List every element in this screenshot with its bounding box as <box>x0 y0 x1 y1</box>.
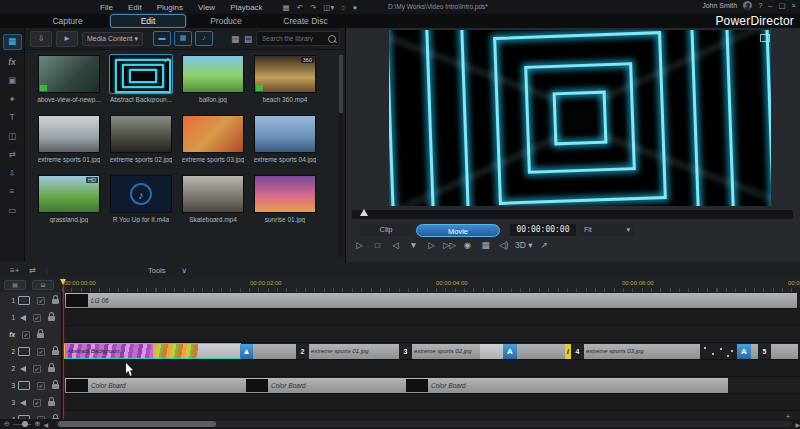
particle-room-icon[interactable]: ✦ <box>4 92 21 106</box>
timeline-clip[interactable] <box>700 344 735 359</box>
voice-over-room-icon[interactable]: ⇩ <box>4 166 21 180</box>
search-input[interactable] <box>260 34 328 43</box>
undock-player-button[interactable]: ↗ <box>538 239 551 252</box>
redo-icon[interactable]: ↷ <box>310 3 316 12</box>
zoom-out-button[interactable]: ⊖ <box>4 420 10 428</box>
filter-video-button[interactable]: ▬ <box>153 31 171 46</box>
track-header[interactable]: 2✓ <box>0 343 62 360</box>
tab-create-disc[interactable]: Create Disc <box>268 15 343 27</box>
media-thumbnail[interactable] <box>38 55 100 93</box>
media-thumbnail[interactable] <box>254 115 316 153</box>
title-room-icon[interactable]: T <box>4 110 21 124</box>
library-scrollbar[interactable] <box>339 55 343 257</box>
media-thumbnail[interactable] <box>182 115 244 153</box>
undock-preview-icon[interactable] <box>760 34 770 42</box>
tab-edit[interactable]: Edit <box>110 14 186 28</box>
grid-view-button[interactable]: ▦ <box>231 34 239 44</box>
media-content-dropdown[interactable]: Media Content ▾ <box>82 32 143 46</box>
media-thumbnail[interactable]: ✓ <box>110 55 172 93</box>
room-layout-icon[interactable]: ◫▾ <box>323 3 334 12</box>
clip-number-badge[interactable]: 4 <box>571 344 584 359</box>
track-enable-checkbox[interactable]: ✓ <box>33 365 41 373</box>
track-enable-checkbox[interactable]: ✓ <box>33 314 41 322</box>
clip-number-badge[interactable]: 3 <box>399 344 412 359</box>
clip-mode-button[interactable]: Clip <box>360 224 412 236</box>
stop-button[interactable]: □ <box>371 239 384 252</box>
timeline-clip[interactable] <box>153 344 198 359</box>
media-thumbnail[interactable] <box>182 175 244 213</box>
media-thumbnail[interactable] <box>38 115 100 153</box>
horizontal-scrollbar[interactable]: + <box>56 421 792 427</box>
track-lock-icon[interactable] <box>48 367 55 372</box>
menu-item-playback[interactable]: Playback <box>230 3 262 12</box>
track-lock-icon[interactable] <box>37 333 44 338</box>
timeline-clip[interactable]: LG 06 <box>65 293 797 308</box>
help-button[interactable]: ? <box>758 1 762 10</box>
clip-number-badge[interactable]: 5 <box>758 344 771 359</box>
avatar[interactable] <box>743 1 752 10</box>
track-header[interactable]: 2✓ <box>0 360 62 377</box>
detail-view-button[interactable]: ▤ <box>244 34 252 44</box>
track-lock-icon[interactable] <box>52 299 59 304</box>
track-enable-checkbox[interactable]: ✓ <box>37 348 45 356</box>
timeline-view-button[interactable]: ▤ <box>4 280 26 290</box>
track-lock-icon[interactable] <box>48 401 55 406</box>
restore-button[interactable]: ▢ <box>779 1 786 10</box>
pip-objects-room-icon[interactable]: ▣ <box>4 73 21 87</box>
effect-room-icon[interactable]: fx <box>4 55 21 69</box>
snapshot-button[interactable]: ◉ <box>461 239 474 252</box>
timeline-clip[interactable] <box>517 344 565 359</box>
close-button[interactable]: × <box>792 1 796 10</box>
timeline-ruler[interactable]: ▤⊟00:00:00:0000:00:02:0000:00:04:0000:00… <box>0 278 800 293</box>
menu-item-view[interactable]: View <box>198 3 215 12</box>
track-options-button[interactable]: ⊟ <box>32 280 54 290</box>
minimize-button[interactable]: – <box>768 1 772 10</box>
play-button[interactable]: ▷ <box>353 239 366 252</box>
media-room-icon[interactable]: ▦ <box>3 34 22 50</box>
clip-number-badge[interactable]: 2 <box>296 344 309 359</box>
zoom-handle[interactable] <box>22 421 28 427</box>
media-thumbnail[interactable]: HD <box>38 175 100 213</box>
timeline-clip[interactable] <box>198 344 240 359</box>
chapter-room-icon[interactable]: ≡ <box>4 184 21 198</box>
menu-item-file[interactable]: File <box>100 3 113 12</box>
timeline-clip[interactable]: extreme sports 03.jpg <box>584 344 700 359</box>
menu-item-plugins[interactable]: Plugins <box>157 3 183 12</box>
zoom-in-button[interactable]: ⊕ <box>35 420 41 428</box>
title-clip[interactable]: A <box>503 344 517 359</box>
undo-icon[interactable]: ↶ <box>297 3 303 12</box>
media-thumbnail[interactable]: 360 <box>254 55 316 93</box>
tools-dropdown[interactable]: Tools ∨ <box>148 266 187 275</box>
track-lock-icon[interactable] <box>52 350 59 355</box>
track-header[interactable]: fx✓ <box>0 326 62 343</box>
title-clip[interactable]: A <box>737 344 751 359</box>
timeline-clip[interactable]: extreme sports 01.jpg <box>309 344 399 359</box>
previous-frame-button[interactable]: ◁ <box>389 239 402 252</box>
timeline-clip[interactable]: Abstract Backgroun... <box>65 344 153 359</box>
track-enable-checkbox[interactable]: ✓ <box>37 382 45 390</box>
media-thumbnail[interactable]: ♪ <box>110 175 172 213</box>
next-frame-button[interactable]: ▷ <box>425 239 438 252</box>
track-header[interactable]: 4✓ <box>0 411 62 419</box>
color-board-clip[interactable]: Color Board <box>405 378 728 393</box>
media-thumbnail[interactable] <box>110 115 172 153</box>
track-header[interactable]: 3✓ <box>0 377 62 394</box>
filter-photo-button[interactable]: ▩ <box>174 31 192 46</box>
tab-capture[interactable]: Capture <box>30 15 105 27</box>
download-media-button[interactable]: ► <box>56 31 78 47</box>
timeline-clip[interactable] <box>480 344 503 359</box>
capture-grid-icon[interactable]: ▦ <box>283 3 290 12</box>
transition-room-icon[interactable]: ◫ <box>4 129 21 143</box>
timecode-display[interactable]: 00:00:00:00 <box>510 224 576 236</box>
import-media-button[interactable]: ⇩ <box>30 31 52 47</box>
timeline-zoom-slider[interactable] <box>13 424 31 425</box>
preview-seekbar[interactable] <box>352 210 793 219</box>
scroll-right-button[interactable]: ▶ <box>795 421 800 428</box>
timeline-clip[interactable] <box>771 344 798 359</box>
plus-button[interactable]: + <box>786 412 791 421</box>
menu-item-edit[interactable]: Edit <box>128 3 142 12</box>
track-header[interactable]: 3✓ <box>0 394 62 411</box>
transition-clip[interactable]: ▲ <box>240 344 253 359</box>
preview-quality-button[interactable]: ▦ <box>479 239 492 252</box>
track-enable-checkbox[interactable]: ✓ <box>37 297 45 305</box>
